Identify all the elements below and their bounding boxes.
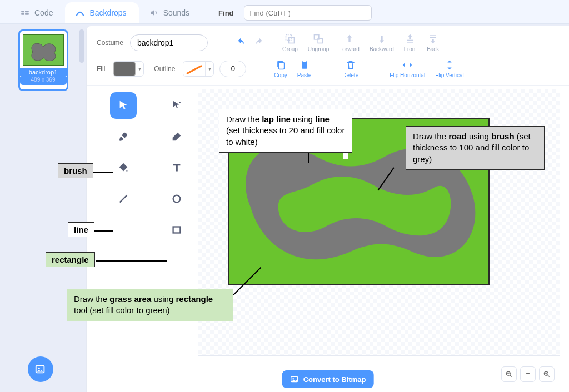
tab-sounds-label: Sounds <box>163 8 189 17</box>
tool-text[interactable] <box>163 154 190 181</box>
zoom-in-button[interactable] <box>539 366 555 382</box>
zoom-out-button[interactable] <box>501 366 517 382</box>
annotation-callout-road: Draw the road using brush (set thickness… <box>406 126 545 170</box>
tool-brush[interactable] <box>110 123 137 150</box>
tab-sounds[interactable]: Sounds <box>139 2 202 23</box>
redo-icon <box>254 38 264 48</box>
tool-fill[interactable] <box>110 154 137 181</box>
tool-rectangle[interactable] <box>163 217 190 243</box>
tab-backdrops[interactable]: Backdrops <box>65 2 138 23</box>
svg-rect-0 <box>21 11 24 12</box>
svg-rect-2 <box>25 11 29 12</box>
copy-icon <box>275 59 286 71</box>
undo-button[interactable] <box>233 36 248 50</box>
outline-color-picker[interactable]: ▾ <box>183 61 214 77</box>
line-icon <box>117 193 129 205</box>
flip-vertical-button[interactable]: Flip Vertical <box>435 59 464 78</box>
convert-label: Convert to Bitmap <box>303 375 366 384</box>
fill-color-picker[interactable]: ▾ <box>113 61 144 77</box>
convert-to-bitmap-button[interactable]: Convert to Bitmap <box>282 370 374 388</box>
text-icon <box>171 162 183 174</box>
costume-dimensions: 489 x 369 <box>20 77 67 85</box>
tab-code[interactable]: Code <box>10 2 65 23</box>
tool-select[interactable] <box>110 92 137 119</box>
sidebar-scrollbar[interactable] <box>79 29 84 63</box>
flip-horizontal-button[interactable]: Flip Horizontal <box>390 59 425 78</box>
arrow-icon <box>117 99 129 112</box>
svg-point-18 <box>173 195 181 203</box>
costume-label: Costume <box>97 39 123 47</box>
paste-icon <box>299 59 310 71</box>
tool-line[interactable] <box>110 185 137 212</box>
zoom-out-icon <box>505 370 513 378</box>
back-button[interactable]: Back <box>427 33 439 52</box>
annotation-callout-grass: Draw the grass area using rectangle tool… <box>67 289 233 321</box>
tool-eraser[interactable] <box>163 123 190 150</box>
tab-backdrops-label: Backdrops <box>89 8 126 17</box>
paste-button[interactable]: Paste <box>297 59 312 78</box>
trash-icon <box>345 59 356 71</box>
redo-button[interactable] <box>252 36 267 50</box>
tool-circle[interactable] <box>163 185 190 212</box>
front-button[interactable]: Front <box>404 33 417 52</box>
front-icon <box>405 33 416 44</box>
zoom-in-icon <box>543 370 551 378</box>
image-icon <box>290 375 299 384</box>
svg-rect-8 <box>407 40 413 41</box>
ungroup-button[interactable]: Ungroup <box>308 33 329 52</box>
circle-icon <box>171 193 183 205</box>
flip-horizontal-icon <box>401 59 413 71</box>
costume-thumbnail[interactable]: 1 backdrop1 489 x 369 <box>18 29 68 91</box>
annotation-tag-line: line <box>68 222 94 237</box>
find-label: Find <box>218 9 233 17</box>
zoom-reset-button[interactable]: = <box>520 366 536 382</box>
outline-label: Outline <box>154 65 175 73</box>
tool-reshape[interactable] <box>163 92 190 119</box>
code-icon <box>20 8 30 18</box>
zoom-reset-icon: = <box>526 370 530 378</box>
svg-rect-15 <box>303 61 306 62</box>
svg-rect-19 <box>173 227 181 233</box>
reshape-icon <box>171 99 183 112</box>
copy-button[interactable]: Copy <box>274 59 287 78</box>
backdrops-icon <box>75 8 85 18</box>
image-plus-icon <box>34 363 47 375</box>
svg-rect-9 <box>407 42 413 43</box>
costume-name-label: backdrop1 <box>19 68 67 77</box>
svg-rect-3 <box>25 13 29 15</box>
add-costume-button[interactable] <box>28 356 53 382</box>
svg-rect-10 <box>430 35 436 36</box>
fill-label: Fill <box>97 65 105 73</box>
chevron-down-icon: ▾ <box>136 62 143 76</box>
tab-code-label: Code <box>34 8 53 17</box>
delete-button[interactable]: Delete <box>342 59 358 78</box>
forward-icon <box>344 33 355 44</box>
sounds-icon <box>149 8 159 18</box>
fill-swatch <box>113 62 136 76</box>
svg-rect-11 <box>430 37 436 38</box>
flip-vertical-icon <box>443 59 456 71</box>
annotation-callout-lap: Draw the lap line using line (set thickn… <box>219 109 352 153</box>
annotation-tag-rectangle: rectangle <box>46 252 95 267</box>
annotation-lead <box>96 260 167 262</box>
svg-point-23 <box>38 368 40 369</box>
chevron-down-icon: ▾ <box>206 62 213 76</box>
svg-rect-14 <box>302 61 307 68</box>
rectangle-icon <box>171 224 183 236</box>
fill-icon <box>117 162 129 174</box>
outline-width-input[interactable] <box>219 61 246 77</box>
backward-button[interactable]: Backward <box>370 33 394 52</box>
svg-point-21 <box>292 378 294 380</box>
group-icon <box>284 33 296 44</box>
back-icon <box>427 33 438 44</box>
group-button[interactable]: Group <box>282 33 298 52</box>
svg-rect-13 <box>279 63 284 69</box>
find-input[interactable] <box>244 5 372 21</box>
costume-name-input[interactable] <box>130 34 208 51</box>
outline-swatch <box>183 62 206 76</box>
svg-line-17 <box>120 195 127 203</box>
svg-line-28 <box>548 375 550 377</box>
costume-preview <box>23 34 64 66</box>
forward-button[interactable]: Forward <box>339 33 360 52</box>
svg-rect-1 <box>21 13 24 15</box>
